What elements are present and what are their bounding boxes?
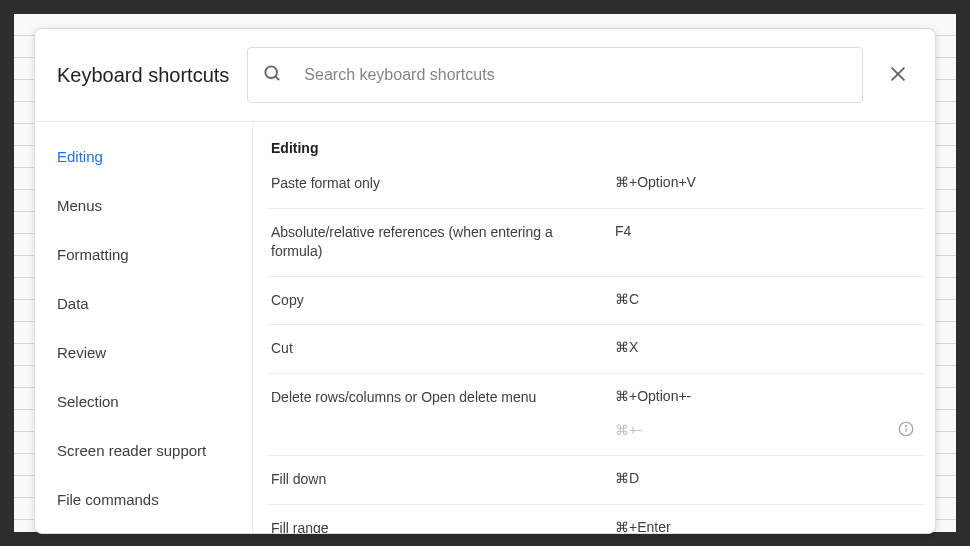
keyboard-shortcuts-dialog: Keyboard shortcuts EditingMenusFormattin… [34, 28, 936, 534]
search-input[interactable] [304, 66, 848, 84]
svg-point-6 [906, 426, 907, 427]
shortcut-keys: ⌘+Option+-⌘+- [615, 388, 923, 441]
shortcut-key: ⌘D [615, 470, 639, 486]
shortcut-key: ⌘X [615, 339, 638, 355]
section-title: Editing [269, 140, 925, 156]
shortcut-key: ⌘+Enter [615, 519, 671, 533]
sidebar-item-file-commands[interactable]: File commands [35, 475, 252, 524]
sidebar-item-review[interactable]: Review [35, 328, 252, 377]
shortcut-name: Delete rows/columns or Open delete menu [271, 388, 615, 408]
sidebar-item-data[interactable]: Data [35, 279, 252, 328]
shortcut-keys: ⌘X [615, 339, 923, 355]
shortcut-name: Cut [271, 339, 615, 359]
shortcut-keys: ⌘+Option+V [615, 174, 923, 190]
svg-point-0 [266, 66, 278, 78]
dialog-title: Keyboard shortcuts [57, 64, 229, 87]
sidebar-item-menus[interactable]: Menus [35, 181, 252, 230]
shortcut-name: Fill range [271, 519, 615, 533]
info-icon[interactable] [897, 420, 915, 441]
dialog-header: Keyboard shortcuts [35, 29, 935, 122]
shortcut-name: Fill down [271, 470, 615, 490]
shortcut-row: Paste format only⌘+Option+V [269, 170, 925, 208]
shortcut-row: Fill down⌘D [269, 455, 925, 504]
shortcut-keys: F4 [615, 223, 923, 239]
shortcut-keys: ⌘C [615, 291, 923, 307]
search-field[interactable] [247, 47, 863, 103]
shortcut-key: ⌘C [615, 291, 639, 307]
shortcut-key: F4 [615, 223, 631, 239]
shortcut-row: Fill range⌘+Enter [269, 504, 925, 533]
dialog-body: EditingMenusFormattingDataReviewSelectio… [35, 122, 935, 533]
close-button[interactable] [881, 57, 915, 94]
shortcut-key: ⌘+- [615, 422, 642, 438]
shortcut-name: Paste format only [271, 174, 615, 194]
sidebar-item-screen-reader-support[interactable]: Screen reader support [35, 426, 252, 475]
sidebar-item-editing[interactable]: Editing [35, 132, 252, 181]
close-icon [887, 63, 909, 88]
shortcut-row: Absolute/relative references (when enter… [269, 208, 925, 276]
search-icon [262, 63, 282, 87]
sidebar[interactable]: EditingMenusFormattingDataReviewSelectio… [35, 122, 253, 533]
shortcut-name: Absolute/relative references (when enter… [271, 223, 615, 262]
svg-line-1 [276, 77, 280, 81]
shortcut-keys: ⌘+Enter [615, 519, 923, 533]
sidebar-item-formatting[interactable]: Formatting [35, 230, 252, 279]
shortcuts-content[interactable]: Editing Paste format only⌘+Option+VAbsol… [253, 122, 935, 533]
shortcut-key: ⌘+Option+V [615, 174, 696, 190]
shortcut-row: Copy⌘C [269, 276, 925, 325]
shortcut-name: Copy [271, 291, 615, 311]
shortcut-row: Cut⌘X [269, 324, 925, 373]
shortcut-row: Delete rows/columns or Open delete menu⌘… [269, 373, 925, 455]
sidebar-item-selection[interactable]: Selection [35, 377, 252, 426]
shortcut-keys: ⌘D [615, 470, 923, 486]
shortcut-key: ⌘+Option+- [615, 388, 691, 404]
